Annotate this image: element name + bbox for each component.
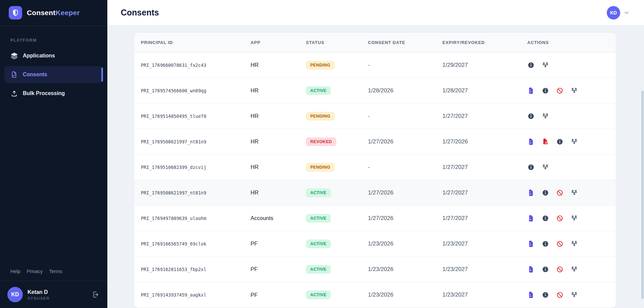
header-user-menu[interactable]: KD bbox=[607, 6, 630, 19]
footer-link-privacy[interactable]: Privacy bbox=[27, 269, 43, 274]
app-name: HR bbox=[251, 87, 259, 94]
hierarchy-icon[interactable] bbox=[542, 113, 549, 120]
principal-id: PRI_1769497889639_ulaohm bbox=[141, 216, 206, 221]
consent-date: - bbox=[368, 113, 370, 120]
file-icon[interactable] bbox=[527, 189, 535, 196]
table-row: PRI_1769143937459_aagkxlPFACTIVE1/23/202… bbox=[134, 282, 616, 308]
file-icon[interactable] bbox=[527, 266, 535, 273]
file-signature-icon bbox=[10, 71, 18, 78]
column-header-principal-id: PRINCIPAL ID bbox=[134, 40, 251, 45]
consent-date: 1/27/2026 bbox=[368, 189, 393, 196]
expiry-date: 1/27/2027 bbox=[442, 164, 468, 171]
vertical-scrollbar[interactable] bbox=[641, 91, 644, 299]
file-x-icon[interactable] bbox=[542, 138, 549, 145]
sidebar-item-label: Consents bbox=[23, 72, 47, 78]
expiry-date: 1/28/2027 bbox=[442, 87, 468, 94]
table-row: PRI_1769510682399_dzcvijHRPENDING-1/27/2… bbox=[134, 155, 616, 180]
column-header-consent-date: CONSENT DATE bbox=[368, 40, 442, 45]
sidebar: ConsentKeeper PLATFORM ApplicationsConse… bbox=[0, 0, 107, 308]
row-actions bbox=[527, 164, 549, 171]
logout-icon[interactable] bbox=[91, 290, 100, 299]
sidebar-item-consents[interactable]: Consents bbox=[4, 66, 103, 83]
info-icon[interactable] bbox=[542, 266, 549, 273]
ban-icon[interactable] bbox=[556, 87, 564, 94]
table-body: PRI_1769660078631_fx2c43HRPENDING-1/29/2… bbox=[134, 52, 616, 308]
consent-date: 1/28/2026 bbox=[368, 87, 393, 94]
principal-id: PRI_1769166565749_69clok bbox=[141, 241, 206, 247]
consent-date: 1/23/2026 bbox=[368, 240, 393, 247]
file-icon[interactable] bbox=[527, 87, 535, 94]
file-icon[interactable] bbox=[527, 240, 535, 248]
header-avatar[interactable]: KD bbox=[607, 6, 620, 19]
consent-date: 1/23/2026 bbox=[368, 266, 393, 273]
info-icon[interactable] bbox=[527, 164, 535, 171]
info-icon[interactable] bbox=[527, 61, 535, 69]
status-badge: ACTIVE bbox=[306, 239, 331, 248]
sidebar-footer-links: HelpPrivacyTerms bbox=[0, 269, 107, 274]
ban-icon[interactable] bbox=[556, 240, 564, 248]
hierarchy-icon[interactable] bbox=[571, 266, 578, 273]
app-name: PF bbox=[251, 240, 258, 247]
sidebar-section-label: PLATFORM bbox=[10, 38, 107, 43]
ban-icon[interactable] bbox=[556, 215, 564, 222]
info-icon[interactable] bbox=[542, 291, 549, 299]
row-actions bbox=[527, 266, 578, 273]
hierarchy-icon[interactable] bbox=[571, 87, 578, 94]
info-icon[interactable] bbox=[527, 113, 535, 120]
info-icon[interactable] bbox=[542, 87, 549, 94]
consents-table-card: PRINCIPAL IDAPPSTATUSCONSENT DATEEXPIRY/… bbox=[134, 33, 616, 308]
status-badge: PENDING bbox=[306, 112, 335, 121]
file-icon[interactable] bbox=[527, 291, 535, 299]
consent-date: - bbox=[368, 164, 370, 171]
hierarchy-icon[interactable] bbox=[571, 215, 578, 222]
user-role: SYSUSER bbox=[28, 296, 87, 300]
expiry-date: 1/23/2027 bbox=[442, 292, 468, 298]
expiry-date: 1/27/2027 bbox=[442, 189, 468, 196]
table-row: PRI_1769574566600_wn09qgHRACTIVE1/28/202… bbox=[134, 78, 616, 103]
sidebar-item-applications[interactable]: Applications bbox=[4, 47, 103, 64]
active-indicator-bar bbox=[101, 68, 103, 82]
footer-link-help[interactable]: Help bbox=[10, 269, 20, 274]
expiry-date: 1/23/2027 bbox=[442, 266, 468, 273]
hierarchy-icon[interactable] bbox=[571, 189, 578, 196]
app-name: Accounts bbox=[251, 215, 273, 221]
status-badge: ACTIVE bbox=[306, 188, 331, 197]
footer-link-terms[interactable]: Terms bbox=[49, 269, 62, 274]
ban-icon[interactable] bbox=[556, 189, 564, 196]
principal-id: PRI_1769510682399_dzcvij bbox=[141, 165, 206, 170]
info-icon[interactable] bbox=[542, 189, 549, 196]
expiry-date: 1/29/2027 bbox=[442, 62, 468, 69]
status-badge: ACTIVE bbox=[306, 214, 331, 223]
expiry-date: 1/23/2027 bbox=[442, 240, 468, 247]
hierarchy-icon[interactable] bbox=[542, 61, 549, 69]
consent-date: 1/27/2026 bbox=[368, 215, 393, 222]
user-avatar[interactable]: KD bbox=[7, 287, 23, 302]
content-area: PRINCIPAL IDAPPSTATUSCONSENT DATEEXPIRY/… bbox=[107, 26, 644, 308]
chevron-down-icon[interactable] bbox=[623, 9, 630, 16]
sidebar-user-block: KD Ketan D SYSUSER bbox=[0, 281, 107, 308]
app-name: HR bbox=[251, 113, 259, 119]
sidebar-item-bulk-processing[interactable]: Bulk Processing bbox=[4, 85, 103, 102]
table-row: PRI_1769508621997_nt81n9HRACTIVE1/27/202… bbox=[134, 180, 616, 206]
page-header: Consents KD bbox=[107, 0, 644, 26]
upload-icon bbox=[10, 90, 18, 97]
table-header-row: PRINCIPAL IDAPPSTATUSCONSENT DATEEXPIRY/… bbox=[134, 33, 616, 52]
hierarchy-icon[interactable] bbox=[571, 138, 578, 145]
status-badge: PENDING bbox=[306, 61, 335, 70]
hierarchy-icon[interactable] bbox=[542, 164, 549, 171]
info-icon[interactable] bbox=[542, 240, 549, 248]
table-row: PRI_1769660078631_fx2c43HRPENDING-1/29/2… bbox=[134, 52, 616, 78]
principal-id: PRI_1769143937459_aagkxl bbox=[141, 292, 206, 298]
row-actions bbox=[527, 87, 578, 94]
column-header-expiry-revoked: EXPIRY/REVOKED bbox=[442, 40, 527, 45]
hierarchy-icon[interactable] bbox=[571, 240, 578, 248]
file-icon[interactable] bbox=[527, 138, 535, 145]
column-header-actions: ACTIONS bbox=[527, 40, 616, 45]
info-icon[interactable] bbox=[556, 138, 564, 145]
hierarchy-icon[interactable] bbox=[571, 291, 578, 299]
column-header-app: APP bbox=[251, 40, 306, 45]
ban-icon[interactable] bbox=[556, 266, 564, 273]
file-icon[interactable] bbox=[527, 215, 535, 222]
info-icon[interactable] bbox=[542, 215, 549, 222]
ban-icon[interactable] bbox=[556, 291, 564, 299]
